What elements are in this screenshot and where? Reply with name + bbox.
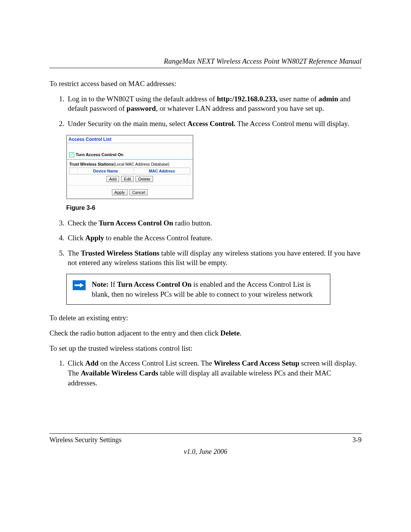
add-button[interactable]: Add <box>107 176 119 182</box>
trust-stations-label: Trust Wireless Stations(Local MAC Addres… <box>67 160 193 167</box>
page-header-title: RangeMax NEXT Wireless Access Point WN80… <box>49 57 362 66</box>
apply-button[interactable]: Apply <box>112 189 128 195</box>
delete-instruction: Check the radio button adjacent to the e… <box>49 328 362 338</box>
footer-row: Wireless Security Settings 3-9 <box>49 436 362 444</box>
edit-button[interactable]: Edit <box>121 176 134 182</box>
steps-list-c: Click Add on the Access Control List scr… <box>49 358 362 388</box>
step-5: The Trusted Wireless Stations table will… <box>66 248 362 268</box>
stations-table-header: Device Name MAC Address <box>69 168 190 174</box>
step-3: Check the Turn Access Control On radio b… <box>66 218 362 228</box>
panel-section-toggle: ✓ Turn Access Control On <box>67 143 193 160</box>
access-control-panel: Access Control List ✓ Turn Access Contro… <box>66 135 193 199</box>
footer-section: Wireless Security Settings <box>49 436 121 444</box>
turn-access-control-label: Turn Access Control On <box>76 152 123 157</box>
step-1: Log in to the WN802T using the default a… <box>66 94 362 113</box>
step-4: Click Apply to enable the Access Control… <box>66 233 362 243</box>
col-mac-address: MAC Address <box>134 168 190 174</box>
delete-button[interactable]: Delete <box>135 176 153 182</box>
setup-intro: To set up the trusted wireless stations … <box>49 343 362 353</box>
figure-caption: Figure 3-6 <box>66 204 362 211</box>
document-page: RangeMax NEXT Wireless Access Point WN80… <box>0 0 411 486</box>
page-number: 3-9 <box>352 436 362 444</box>
header-rule <box>49 68 362 68</box>
panel-title: Access Control List <box>67 136 193 143</box>
col-select <box>70 168 78 174</box>
arrow-right-icon <box>73 280 86 290</box>
note-box: Note: If Turn Access Control On is enabl… <box>66 274 330 305</box>
figure-3-6: Access Control List ✓ Turn Access Contro… <box>66 135 362 199</box>
turn-access-control-checkbox[interactable]: ✓ <box>69 152 74 157</box>
step-2: Under Security on the main menu, select … <box>66 119 362 129</box>
steps-list-b: Check the Turn Access Control On radio b… <box>49 218 362 268</box>
delete-intro: To delete an existing entry: <box>49 313 362 323</box>
table-button-row: Add Edit Delete <box>67 174 193 184</box>
cancel-button[interactable]: Cancel <box>129 189 148 195</box>
note-text: Note: If Turn Access Control On is enabl… <box>92 280 324 299</box>
footer-version: v1.0, June 2006 <box>49 448 362 456</box>
intro-paragraph: To restrict access based on MAC addresse… <box>49 79 362 89</box>
step-c1: Click Add on the Access Control List scr… <box>66 358 362 388</box>
steps-list-a: Log in to the WN802T using the default a… <box>49 94 362 129</box>
footer-rule <box>49 433 362 434</box>
form-button-row: Apply Cancel <box>67 185 193 198</box>
col-device-name: Device Name <box>78 168 134 174</box>
